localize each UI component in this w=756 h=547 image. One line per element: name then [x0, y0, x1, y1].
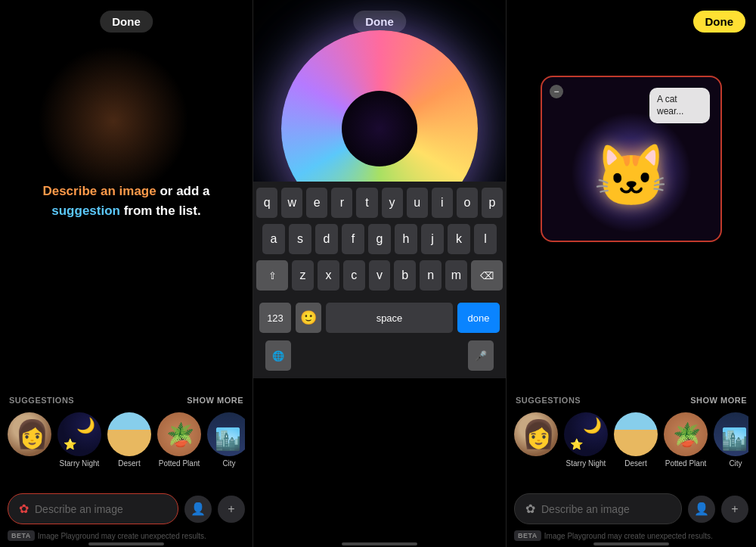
key-u[interactable]: u — [407, 188, 428, 218]
suggestions-row-right: Starry Night Desert Potted Plant City — [514, 412, 748, 468]
key-q[interactable]: q — [256, 188, 277, 218]
key-c[interactable]: c — [343, 260, 365, 291]
key-globe[interactable]: 🌐 — [265, 340, 291, 371]
thumb-person-left — [8, 412, 51, 456]
person-button-right[interactable]: 👤 — [688, 496, 715, 523]
key-p[interactable]: p — [482, 188, 503, 218]
key-b[interactable]: b — [394, 260, 416, 291]
preview-card: 🐱 A cat wear... − — [541, 76, 722, 242]
suggestions-header-right: SUGGESTIONS SHOW MORE — [514, 396, 748, 405]
key-mic[interactable]: 🎤 — [468, 340, 494, 371]
right-panel: Done 🐱 A cat wear... − SUGGESTIONS SHOW … — [507, 0, 756, 547]
key-d[interactable]: d — [315, 224, 338, 254]
thumb-night-left — [57, 412, 101, 456]
key-k[interactable]: k — [448, 224, 470, 254]
done-button-right[interactable]: Done — [693, 11, 746, 33]
thumb-person-right — [514, 412, 558, 456]
suggestion-plant-right[interactable]: Potted Plant — [664, 412, 708, 468]
beta-notice-left: BETA Image Playground may create unexpec… — [8, 530, 245, 541]
key-s[interactable]: s — [289, 224, 311, 254]
minus-button[interactable]: − — [550, 85, 563, 98]
key-shift[interactable]: ⇧ — [256, 260, 288, 291]
done-button-middle[interactable]: Done — [353, 11, 406, 33]
input-field-left[interactable]: ✿ Describe an image — [8, 493, 178, 524]
keyboard-rows: q w e r t y u i o p a s d f g — [253, 182, 506, 300]
suggestion-label-desert-left: Desert — [118, 459, 140, 468]
keyboard: q w e r t y u i o p a s d f g — [253, 182, 506, 378]
highlight-suggestion: suggestion — [51, 204, 120, 218]
show-more-left[interactable]: SHOW MORE — [187, 396, 243, 405]
beta-notice-right: BETA Image Playground may create unexpec… — [514, 530, 748, 541]
key-n[interactable]: n — [420, 260, 442, 291]
suggestion-desert-right[interactable]: Desert — [614, 412, 658, 468]
key-w[interactable]: w — [281, 188, 302, 218]
plus-button-left[interactable]: + — [218, 496, 245, 523]
key-m[interactable]: m — [445, 260, 467, 291]
input-bar-right: ✿ Describe an image 👤 + — [514, 493, 748, 524]
input-placeholder-left: Describe an image — [35, 503, 123, 515]
beta-badge-right: BETA — [514, 530, 541, 541]
text-or: or add a — [160, 184, 209, 198]
thumb-plant-right — [664, 412, 708, 456]
key-l[interactable]: l — [474, 224, 497, 254]
center-text-left: Describe an image or add a suggestion fr… — [28, 182, 225, 220]
thumb-desert-right — [614, 412, 658, 456]
key-space[interactable]: space — [326, 303, 453, 333]
input-field-right[interactable]: ✿ Describe an image — [514, 493, 682, 524]
key-r[interactable]: r — [331, 188, 352, 218]
text-from: from the list. — [124, 204, 201, 218]
key-f[interactable]: f — [342, 224, 364, 254]
suggestion-label-night-right: Starry Night — [566, 459, 606, 468]
done-button-left[interactable]: Done — [100, 11, 153, 33]
beta-badge-left: BETA — [8, 530, 35, 541]
key-g[interactable]: g — [368, 224, 391, 254]
suggestions-row-left: Starry Night Desert Potted Plant City — [8, 412, 245, 468]
suggestions-section-left: SUGGESTIONS SHOW MORE Starry Night Deser… — [0, 396, 253, 468]
input-bar-left: ✿ Describe an image 👤 + — [8, 493, 245, 524]
key-a[interactable]: a — [262, 224, 285, 254]
glow-decoration-left — [38, 45, 189, 197]
key-y[interactable]: y — [382, 188, 403, 218]
suggestion-person-left[interactable] — [8, 412, 51, 468]
suggestions-section-right: SUGGESTIONS SHOW MORE Starry Night Deser… — [507, 396, 756, 468]
suggestion-label-plant-right: Potted Plant — [665, 459, 706, 468]
key-t[interactable]: t — [356, 188, 377, 218]
suggestion-label-city-right: City — [729, 459, 742, 468]
key-z[interactable]: z — [292, 260, 314, 291]
cat-emoji: 🐱 — [593, 141, 669, 212]
show-more-right[interactable]: SHOW MORE — [690, 396, 747, 405]
key-done[interactable]: done — [457, 303, 500, 333]
key-row-2: a s d f g h j k l — [256, 224, 503, 254]
plus-button-right[interactable]: + — [721, 496, 748, 523]
key-o[interactable]: o — [457, 188, 478, 218]
key-j[interactable]: j — [421, 224, 444, 254]
home-indicator-left — [88, 542, 164, 545]
suggestion-desert-left[interactable]: Desert — [107, 412, 151, 468]
keyboard-extra-row: 🌐 🎤 — [253, 339, 506, 378]
key-row-3: ⇧ z x c v b n m ⌫ — [256, 260, 503, 291]
home-indicator-middle — [342, 542, 417, 545]
keyboard-bottom-row: 123 🙂 space done — [253, 300, 506, 339]
key-delete[interactable]: ⌫ — [471, 260, 503, 291]
beta-text-left: Image Playground may create unexpected r… — [38, 532, 206, 540]
suggestion-night-right[interactable]: Starry Night — [564, 412, 608, 468]
thumb-city-left — [207, 412, 245, 456]
key-h[interactable]: h — [395, 224, 417, 254]
key-emoji[interactable]: 🙂 — [296, 303, 321, 333]
key-e[interactable]: e — [306, 188, 327, 218]
suggestion-label-city-left: City — [222, 459, 235, 468]
key-numbers[interactable]: 123 — [259, 303, 291, 333]
input-placeholder-right: Describe an image — [541, 503, 630, 515]
person-button-left[interactable]: 👤 — [184, 496, 212, 523]
suggestion-person-right[interactable] — [514, 412, 558, 468]
search-bar-container: ‹ ✿ A cat wear a cow suit ↑ "suit" suits… — [253, 303, 506, 378]
key-i[interactable]: i — [432, 188, 453, 218]
suggestion-night-left[interactable]: Starry Night — [57, 412, 101, 468]
key-v[interactable]: v — [369, 260, 391, 291]
suggestion-city-right[interactable]: City — [714, 412, 748, 468]
suggestions-label-right: SUGGESTIONS — [516, 396, 581, 405]
suggestion-plant-left[interactable]: Potted Plant — [157, 412, 201, 468]
thumb-plant-left — [157, 412, 201, 456]
key-x[interactable]: x — [318, 260, 339, 291]
suggestion-city-left[interactable]: City — [207, 412, 245, 468]
